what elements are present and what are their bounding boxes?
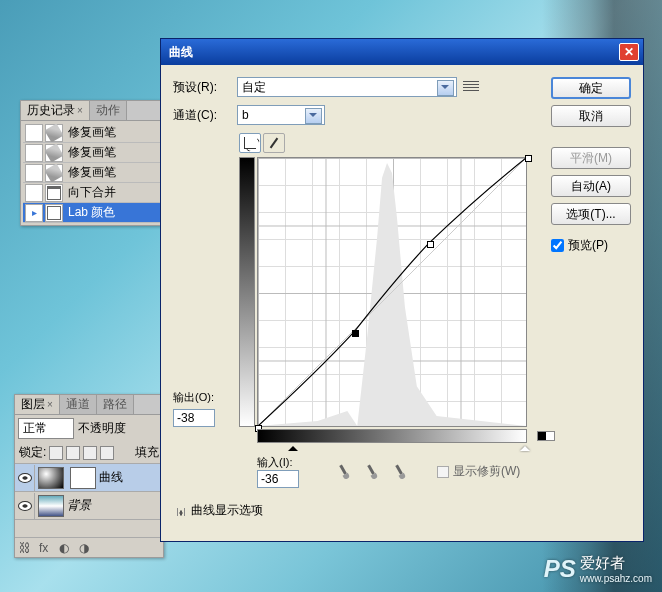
show-clipping-checkbox[interactable]: 显示修剪(W) — [437, 463, 520, 480]
cancel-button[interactable]: 取消 — [551, 105, 631, 127]
svg-line-0 — [258, 158, 526, 426]
white-point-slider[interactable] — [520, 441, 530, 451]
history-item[interactable]: 修复画笔 — [23, 163, 165, 183]
watermark-text: 爱好者 — [580, 554, 625, 571]
curves-dialog: 曲线 ✕ 确定 取消 平滑(M) 自动(A) 选项(T)... 预览(P) 预设… — [160, 38, 644, 542]
lock-transparency-icon[interactable] — [49, 446, 63, 460]
tab-history[interactable]: 历史记录× — [21, 101, 90, 120]
options-button[interactable]: 选项(T)... — [551, 203, 631, 225]
lock-position-icon[interactable] — [83, 446, 97, 460]
checkbox-icon[interactable] — [437, 466, 449, 478]
brush-icon — [44, 163, 63, 182]
close-button[interactable]: ✕ — [619, 43, 639, 61]
input-label: 输入(I): — [257, 455, 299, 470]
curve-point[interactable] — [525, 155, 532, 162]
curve-display-options-toggle[interactable]: 曲线显示选项 — [177, 502, 631, 519]
tab-layers[interactable]: 图层× — [15, 395, 60, 414]
layer-name[interactable]: 曲线 — [99, 469, 123, 486]
smooth-button: 平滑(M) — [551, 147, 631, 169]
preset-select[interactable]: 自定 — [237, 77, 457, 97]
preset-label: 预设(R): — [173, 79, 237, 96]
output-value-input[interactable]: -38 — [173, 409, 215, 427]
mode-icon — [47, 206, 61, 220]
curve-tool-button[interactable] — [239, 133, 261, 153]
ok-button[interactable]: 确定 — [551, 77, 631, 99]
auto-button[interactable]: 自动(A) — [551, 175, 631, 197]
vertical-gradient — [239, 157, 255, 427]
tab-channels[interactable]: 通道 — [60, 395, 97, 414]
history-item-selected[interactable]: ▸Lab 颜色 — [23, 203, 165, 223]
layers-panel: 图层× 通道 路径 正常 不透明度 锁定: 填充 曲线 背景 ⛓ fx ◐ ◑ — [14, 394, 164, 558]
history-panel: 历史记录× 动作 修复画笔 修复画笔 修复画笔 向下合并 ▸Lab 颜色 — [20, 100, 168, 226]
layer-fx-icon[interactable]: fx — [39, 541, 53, 555]
adjustment-layer-icon[interactable]: ◑ — [79, 541, 93, 555]
link-layers-icon[interactable]: ⛓ — [19, 541, 33, 555]
dialog-titlebar[interactable]: 曲线 ✕ — [161, 39, 643, 65]
layer-mask-icon[interactable]: ◐ — [59, 541, 73, 555]
history-item[interactable]: 修复画笔 — [23, 123, 165, 143]
adjustment-thumb-icon[interactable] — [38, 467, 64, 489]
output-label: 输出(O): — [173, 390, 214, 405]
opacity-label: 不透明度 — [78, 420, 126, 437]
lock-pixels-icon[interactable] — [66, 446, 80, 460]
tab-close-icon[interactable]: × — [77, 105, 83, 116]
history-tabs: 历史记录× 动作 — [21, 101, 167, 121]
watermark-url: www.psahz.com — [580, 573, 652, 584]
curves-graph[interactable] — [257, 157, 527, 427]
gray-eyedropper-icon[interactable] — [362, 461, 384, 483]
layers-tabs: 图层× 通道 路径 — [15, 395, 163, 415]
fill-label: 填充 — [135, 444, 159, 461]
white-eyedropper-icon[interactable] — [390, 461, 412, 483]
channel-select[interactable]: b — [237, 105, 325, 125]
dialog-title: 曲线 — [165, 44, 619, 61]
curve-line[interactable] — [258, 158, 526, 426]
history-item[interactable]: 修复画笔 — [23, 143, 165, 163]
black-point-slider[interactable] — [288, 441, 298, 451]
layer-row[interactable]: 背景 — [15, 492, 163, 520]
lock-all-icon[interactable] — [100, 446, 114, 460]
brush-icon — [44, 143, 63, 162]
merge-down-icon — [47, 186, 61, 200]
watermark: PS 爱好者 www.psahz.com — [544, 554, 652, 584]
curve-point-selected[interactable] — [352, 330, 359, 337]
preview-check-input[interactable] — [551, 239, 564, 252]
tab-actions[interactable]: 动作 — [90, 101, 127, 120]
visibility-toggle[interactable] — [15, 465, 35, 491]
tab-close-icon[interactable]: × — [47, 399, 53, 410]
tab-paths[interactable]: 路径 — [97, 395, 134, 414]
mask-thumb-icon[interactable] — [70, 467, 96, 489]
channel-label: 通道(C): — [173, 107, 237, 124]
curve-icon — [244, 137, 256, 149]
gradient-toggle-icon[interactable] — [537, 431, 555, 441]
history-item[interactable]: 向下合并 — [23, 183, 165, 203]
horizontal-gradient[interactable] — [257, 429, 527, 443]
black-eyedropper-icon[interactable] — [334, 461, 356, 483]
current-state-icon: ▸ — [32, 207, 37, 218]
preset-menu-icon[interactable] — [463, 81, 479, 93]
lock-label: 锁定: — [19, 444, 46, 461]
blend-mode-select[interactable]: 正常 — [18, 418, 74, 439]
curve-point[interactable] — [427, 241, 434, 248]
pencil-tool-button[interactable] — [263, 133, 285, 153]
layer-name[interactable]: 背景 — [67, 497, 91, 514]
visibility-toggle[interactable] — [15, 493, 35, 519]
brush-icon — [44, 123, 63, 142]
pencil-icon — [270, 138, 279, 149]
expand-icon — [177, 508, 185, 516]
layer-row[interactable]: 曲线 — [15, 464, 163, 492]
input-value-input[interactable]: -36 — [257, 470, 299, 488]
layers-footer: ⛓ fx ◐ ◑ — [15, 537, 163, 557]
preview-checkbox[interactable]: 预览(P) — [551, 237, 631, 254]
layer-thumb-icon[interactable] — [38, 495, 64, 517]
watermark-logo: PS — [544, 555, 576, 583]
dialog-buttons: 确定 取消 平滑(M) 自动(A) 选项(T)... 预览(P) — [551, 77, 631, 254]
